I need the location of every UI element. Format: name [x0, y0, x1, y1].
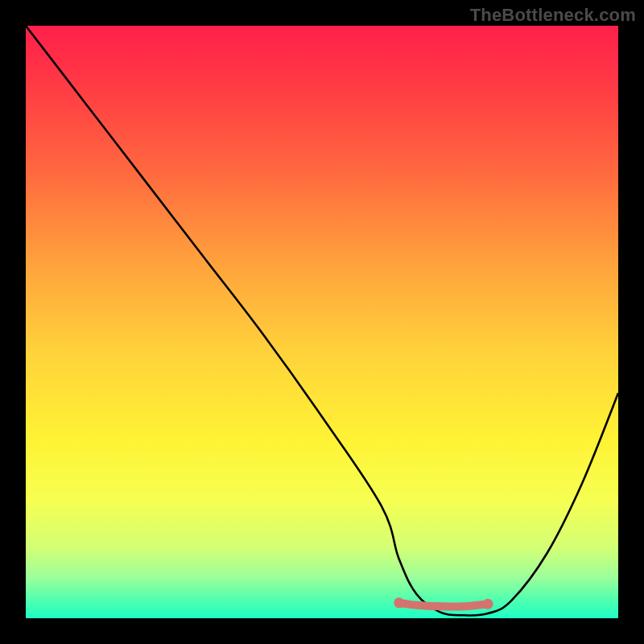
stable-region-endpoint [394, 597, 404, 608]
curve-layer [26, 26, 618, 618]
plot-area [26, 26, 618, 618]
chart-frame: TheBottleneck.com [0, 0, 644, 644]
bottleneck-curve [26, 26, 618, 616]
stable-region-endpoint [483, 599, 493, 609]
watermark-text: TheBottleneck.com [470, 5, 636, 26]
stable-region-highlight [399, 603, 488, 607]
